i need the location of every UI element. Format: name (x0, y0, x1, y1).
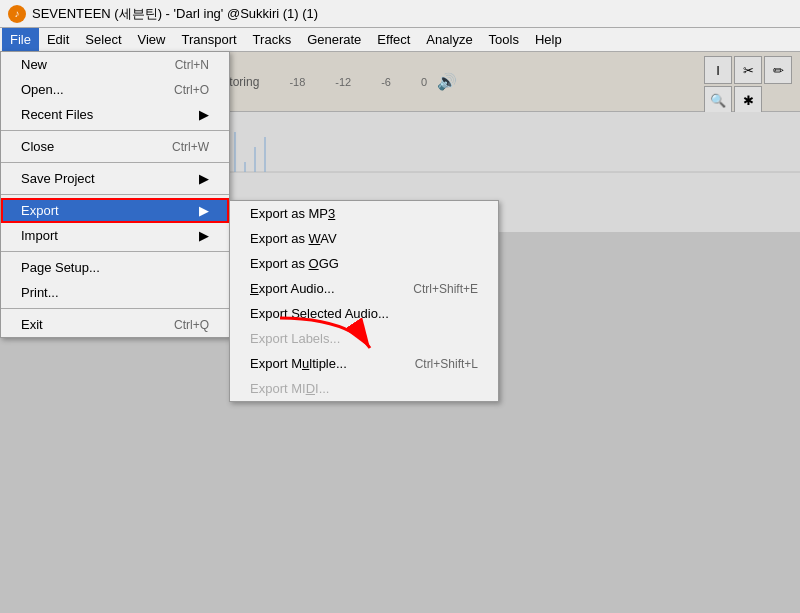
file-menu-dropdown: New Ctrl+N Open... Ctrl+O Recent Files ▶… (0, 51, 230, 338)
export-submenu: Export as MP3 Export as WAV Export as OG… (229, 200, 499, 402)
export-midi-label: Export MIDI... (250, 381, 329, 396)
menu-tracks[interactable]: Tracks (245, 28, 300, 51)
print-label: Print... (21, 285, 59, 300)
export-arrow: ▶ (199, 203, 209, 218)
recent-label: Recent Files (21, 107, 93, 122)
volume-icon[interactable]: 🔊 (437, 72, 457, 91)
menu-item-print[interactable]: Print... (1, 280, 229, 305)
menu-generate[interactable]: Generate (299, 28, 369, 51)
menu-item-save-project[interactable]: Save Project ▶ (1, 166, 229, 191)
menu-analyze[interactable]: Analyze (418, 28, 480, 51)
close-shortcut: Ctrl+W (172, 140, 209, 154)
export-midi: Export MIDI... (230, 376, 498, 401)
multi-tool-icon[interactable]: ✂ (734, 56, 762, 84)
export-audio-label: Export Audio... (250, 281, 335, 296)
zoom-tool-icon[interactable]: 🔍 (704, 86, 732, 114)
menu-transport[interactable]: Transport (173, 28, 244, 51)
menu-item-page-setup[interactable]: Page Setup... (1, 255, 229, 280)
menu-item-export[interactable]: Export ▶ (1, 198, 229, 223)
close-label: Close (21, 139, 54, 154)
new-shortcut: Ctrl+N (175, 58, 209, 72)
menu-item-import[interactable]: Import ▶ (1, 223, 229, 248)
menu-item-recent[interactable]: Recent Files ▶ (1, 102, 229, 127)
ruler-label-6: -6 (381, 76, 391, 88)
title-bar: ♪ SEVENTEEN (세븐틴) - 'Darl ing' @Sukkiri … (0, 0, 800, 28)
menu-item-new[interactable]: New Ctrl+N (1, 52, 229, 77)
save-project-arrow: ▶ (199, 171, 209, 186)
menu-bar: File Edit Select View Transport Tracks G… (0, 28, 800, 52)
exit-label: Exit (21, 317, 43, 332)
export-ogg[interactable]: Export as OGG (230, 251, 498, 276)
menu-edit[interactable]: Edit (39, 28, 77, 51)
menu-tools[interactable]: Tools (481, 28, 527, 51)
menu-item-exit[interactable]: Exit Ctrl+Q (1, 312, 229, 337)
recent-arrow: ▶ (199, 107, 209, 122)
menu-effect[interactable]: Effect (369, 28, 418, 51)
export-label: Export (21, 203, 59, 218)
export-multiple-label: Export Multiple... (250, 356, 347, 371)
export-multiple-shortcut: Ctrl+Shift+L (415, 357, 478, 371)
ruler-label-0: 0 (421, 76, 427, 88)
export-mp3[interactable]: Export as MP3 (230, 201, 498, 226)
menu-item-close[interactable]: Close Ctrl+W (1, 134, 229, 159)
save-project-label: Save Project (21, 171, 95, 186)
right-toolbar: I ✂ ✏ 🔍 ✱ (704, 56, 792, 114)
menu-help[interactable]: Help (527, 28, 570, 51)
open-shortcut: Ctrl+O (174, 83, 209, 97)
text-tool-icon[interactable]: I (704, 56, 732, 84)
draw-tool-icon[interactable]: ✏ (764, 56, 792, 84)
export-selected-audio[interactable]: Export Selected Audio... (230, 301, 498, 326)
separator-4 (1, 251, 229, 252)
menu-view[interactable]: View (130, 28, 174, 51)
import-arrow: ▶ (199, 228, 209, 243)
export-selected-label: Export Selected Audio... (250, 306, 389, 321)
star-tool-icon[interactable]: ✱ (734, 86, 762, 114)
export-multiple[interactable]: Export Multiple... Ctrl+Shift+L (230, 351, 498, 376)
export-audio[interactable]: Export Audio... Ctrl+Shift+E (230, 276, 498, 301)
separator-5 (1, 308, 229, 309)
menu-select[interactable]: Select (77, 28, 129, 51)
separator-3 (1, 194, 229, 195)
new-label: New (21, 57, 47, 72)
separator-2 (1, 162, 229, 163)
export-wav-label: Export as WAV (250, 231, 337, 246)
page-setup-label: Page Setup... (21, 260, 100, 275)
export-wav[interactable]: Export as WAV (230, 226, 498, 251)
export-labels: Export Labels... (230, 326, 498, 351)
export-audio-shortcut: Ctrl+Shift+E (413, 282, 478, 296)
ruler-label-18: -18 (289, 76, 305, 88)
menu-item-open[interactable]: Open... Ctrl+O (1, 77, 229, 102)
menu-file[interactable]: File (2, 28, 39, 51)
export-mp3-label: Export as MP3 (250, 206, 335, 221)
exit-shortcut: Ctrl+Q (174, 318, 209, 332)
export-ogg-label: Export as OGG (250, 256, 339, 271)
ruler-label-12: -12 (335, 76, 351, 88)
export-labels-label: Export Labels... (250, 331, 340, 346)
separator-1 (1, 130, 229, 131)
title-bar-text: SEVENTEEN (세븐틴) - 'Darl ing' @Sukkiri (1… (32, 5, 318, 23)
open-label: Open... (21, 82, 64, 97)
import-label: Import (21, 228, 58, 243)
app-icon: ♪ (8, 5, 26, 23)
